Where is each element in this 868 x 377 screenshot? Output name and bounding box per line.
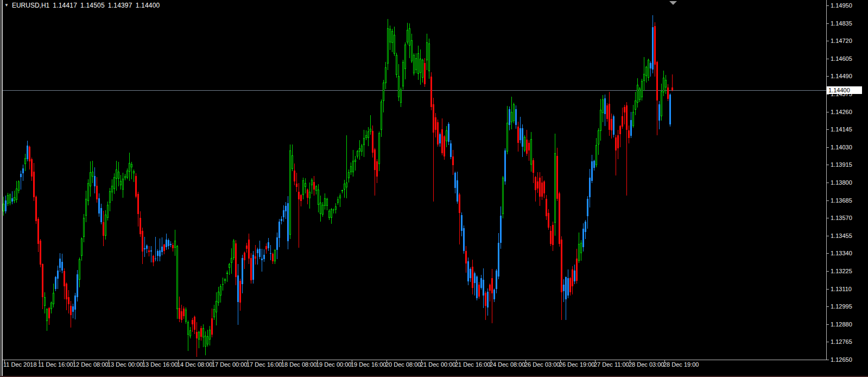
time-tick-label: 18 Dec 08:00 [281, 361, 316, 368]
price-tick-label: 1.12765 [831, 338, 852, 345]
ohlc-low-value: 1.14397 [108, 2, 132, 9]
time-tick-label: 27 Dec 11:00 [594, 361, 629, 368]
ohlc-close-value: 1.14400 [136, 2, 160, 9]
time-tick-label: 12 Dec 08:00 [73, 361, 108, 368]
time-tick-label: 21 Dec 16:00 [455, 361, 490, 368]
time-tick-label: 13 Dec 16:00 [142, 361, 178, 368]
price-tick-label: 1.13340 [831, 249, 852, 257]
price-tick-label: 1.14720 [831, 37, 852, 45]
price-tick-label: 1.14260 [831, 108, 852, 116]
time-tick-label: 17 Dec 00:00 [212, 361, 247, 368]
chart-title-bar: ▼ EURUSD,H1 1.144171.145051.143971.14400 [4, 2, 160, 9]
time-tick-label: 26 Dec 19:00 [559, 361, 594, 368]
symbol-period-label: EURUSD,H1 [12, 2, 49, 9]
window-left-border-highlight [2, 0, 3, 377]
time-tick-label: 20 Dec 08:00 [385, 361, 421, 368]
current-price-badge: 1.14400 [827, 86, 862, 94]
price-tick-label: 1.14835 [831, 20, 852, 27]
time-tick-label: 19 Dec 00:00 [316, 361, 351, 368]
time-tick-label: 11 Dec 16:00 [38, 361, 73, 368]
price-tick-label: 1.14030 [831, 143, 852, 151]
price-tick-label: 1.14145 [831, 125, 852, 133]
price-tick-label: 1.12650 [831, 356, 852, 363]
price-tick-label: 1.12995 [831, 303, 852, 310]
price-tick-label: 1.14950 [831, 2, 852, 9]
triangle-down-icon[interactable]: ▼ [4, 2, 9, 9]
time-tick-label: 19 Dec 16:00 [351, 361, 386, 368]
time-tick-label: 24 Dec 08:00 [490, 361, 525, 368]
time-tick-label: 28 Dec 19:00 [663, 361, 699, 368]
time-tick-label: 17 Dec 16:00 [246, 361, 282, 368]
price-tick-label: 1.12880 [831, 321, 852, 328]
price-tick-label: 1.13685 [831, 197, 852, 204]
price-tick-label: 1.13915 [831, 161, 852, 168]
price-tick-label: 1.13800 [831, 179, 852, 186]
price-tick-label: 1.13570 [831, 214, 852, 222]
time-tick-label: 13 Dec 00:00 [107, 361, 143, 368]
time-tick-label: 14 Dec 08:00 [177, 361, 212, 368]
candlestick-chart-area[interactable] [0, 0, 868, 377]
time-tick-label: 11 Dec 2018 [3, 361, 37, 368]
price-tick-label: 1.13225 [831, 267, 852, 275]
price-tick-label: 1.14605 [831, 55, 852, 62]
ohlc-open-value: 1.14417 [53, 2, 77, 9]
price-tick-label: 1.14490 [831, 72, 852, 80]
ohlc-high-value: 1.14505 [80, 2, 105, 9]
time-tick-label: 21 Dec 00:00 [420, 361, 455, 368]
price-tick-label: 1.13455 [831, 232, 852, 240]
mt4-chart-window: ▼ EURUSD,H1 1.144171.145051.143971.14400… [0, 0, 868, 377]
price-tick-label: 1.13110 [831, 285, 852, 293]
time-tick-label: 28 Dec 03:00 [629, 361, 664, 368]
time-tick-label: 26 Dec 03:00 [524, 361, 560, 368]
